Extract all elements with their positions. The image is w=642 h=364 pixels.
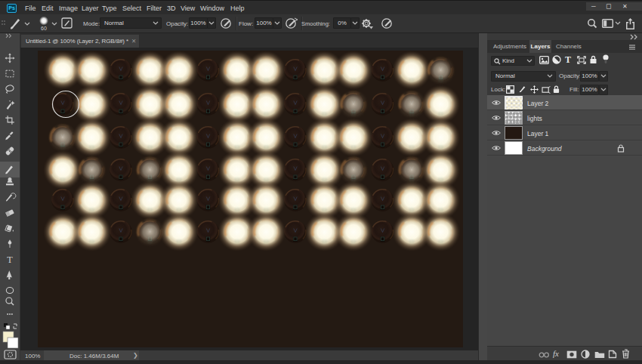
svg-text:60: 60 <box>41 26 47 31</box>
svg-text:T: T <box>7 254 13 265</box>
